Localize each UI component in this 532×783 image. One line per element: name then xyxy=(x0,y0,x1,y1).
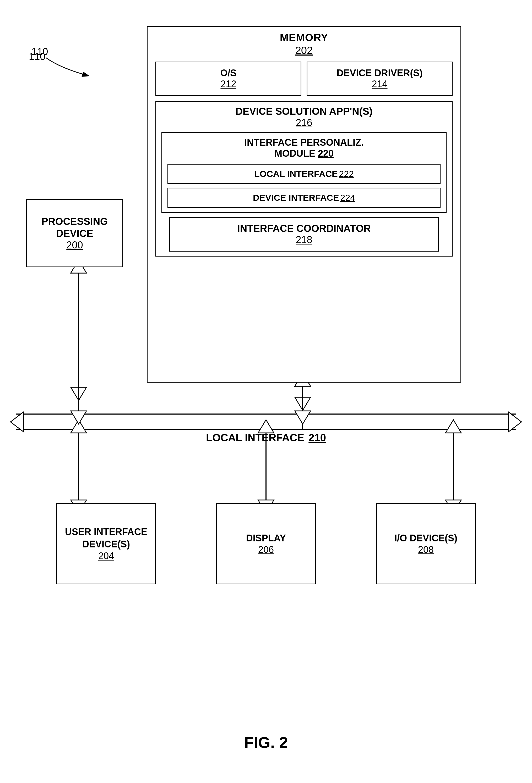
memory-title: MEMORY xyxy=(148,27,461,44)
device-driver-label: DEVICE DRIVER(S) xyxy=(315,68,444,79)
device-interface-224-label: DEVICE INTERFACE xyxy=(253,193,339,202)
bottom-device-1: DISPLAY 206 xyxy=(216,503,316,584)
os-number: 212 xyxy=(164,79,293,90)
bottom-device-0: USER INTERFACE DEVICE(S) 204 xyxy=(56,503,156,584)
device-driver-number: 214 xyxy=(315,79,444,90)
local-interface-222-label: LOCAL INTERFACE xyxy=(254,169,338,179)
device-solution-title: DEVICE SOLUTION APP'N(S) xyxy=(161,106,446,117)
svg-marker-17 xyxy=(71,420,87,433)
memory-number: 202 xyxy=(148,44,461,56)
svg-marker-6 xyxy=(71,387,87,400)
bottom-device-2-number: 208 xyxy=(418,544,434,555)
local-interface-222-number: 222 xyxy=(339,169,354,179)
interface-coordinator-label: INTERFACE COORDINATOR xyxy=(178,223,430,234)
bottom-device-0-number: 204 xyxy=(98,551,114,562)
memory-box: MEMORY 202 O/S 212 DEVICE DRIVER(S) 214 … xyxy=(147,26,461,383)
bottom-device-2-label: I/O DEVICE(S) xyxy=(395,532,457,544)
device-driver-box: DEVICE DRIVER(S) 214 xyxy=(307,62,452,96)
figure-caption: FIG. 2 xyxy=(0,733,532,752)
local-interface-210-container: LOCAL INTERFACE 210 xyxy=(0,432,532,444)
bottom-devices-row: USER INTERFACE DEVICE(S) 204 DISPLAY 206… xyxy=(0,503,532,584)
processing-device-label: PROCESSING DEVICE xyxy=(27,216,122,240)
interface-personaliz-title: INTERFACE PERSONALIZ. MODULE 220 xyxy=(167,137,441,159)
svg-marker-20 xyxy=(258,420,274,433)
ref-label-110: 110 xyxy=(29,51,45,62)
local-interface-210-number: 210 xyxy=(309,432,326,443)
device-interface-224-box: DEVICE INTERFACE 224 xyxy=(167,188,441,208)
interface-coordinator-number: 218 xyxy=(178,234,430,246)
os-label: O/S xyxy=(164,68,293,79)
device-solution-number: 216 xyxy=(161,117,446,128)
interface-personaliz-box: INTERFACE PERSONALIZ. MODULE 220 LOCAL I… xyxy=(161,132,446,213)
device-interface-224-number: 224 xyxy=(340,193,355,202)
svg-marker-23 xyxy=(445,420,461,433)
processing-device-number: 200 xyxy=(66,240,83,251)
local-interface-210-label: LOCAL INTERFACE xyxy=(206,432,304,443)
svg-marker-27 xyxy=(71,411,87,424)
processing-device-box: PROCESSING DEVICE 200 xyxy=(26,199,123,267)
bottom-device-1-number: 206 xyxy=(258,544,274,555)
os-box: O/S 212 xyxy=(155,62,302,96)
os-driver-row: O/S 212 DEVICE DRIVER(S) 214 xyxy=(155,62,452,96)
local-interface-222-box: LOCAL INTERFACE 222 xyxy=(167,164,441,184)
svg-marker-30 xyxy=(295,411,311,424)
bottom-device-0-label: USER INTERFACE DEVICE(S) xyxy=(57,526,155,551)
svg-marker-13 xyxy=(10,412,24,432)
svg-marker-10 xyxy=(295,397,311,410)
device-solution-box: DEVICE SOLUTION APP'N(S) 216 INTERFACE P… xyxy=(155,101,452,256)
interface-coordinator-box: INTERFACE COORDINATOR 218 xyxy=(169,217,439,252)
svg-marker-14 xyxy=(508,412,522,432)
bottom-device-1-label: DISPLAY xyxy=(246,532,286,544)
bottom-device-2: I/O DEVICE(S) 208 xyxy=(376,503,476,584)
